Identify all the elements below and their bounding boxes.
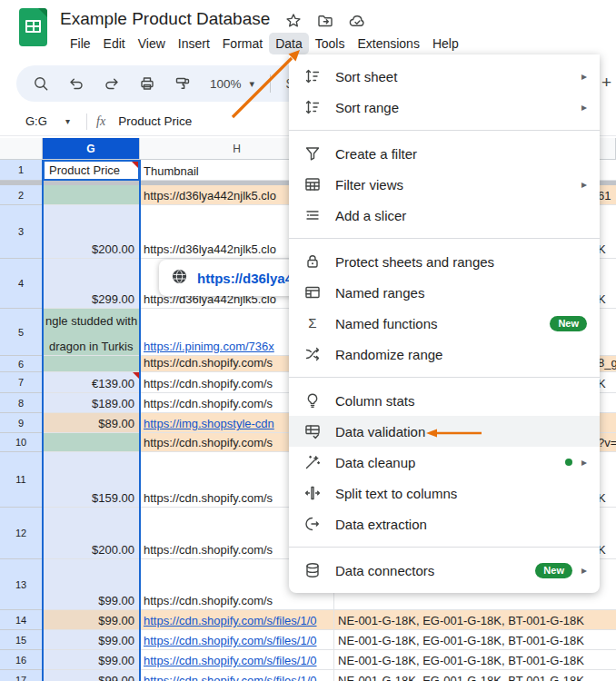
move-folder-icon[interactable]	[315, 11, 335, 31]
menu-item-data-validation[interactable]: Data validation	[289, 416, 600, 447]
cell-G8[interactable]: $189.00	[43, 393, 140, 413]
cell-H14[interactable]: https://cdn.shopify.com/s/files/1/0	[140, 610, 334, 630]
undo-icon[interactable]	[66, 74, 86, 94]
paint-format-icon[interactable]	[173, 74, 193, 94]
menubar-item-extensions[interactable]: Extensions	[351, 33, 425, 54]
row-header-8[interactable]: 8	[0, 393, 43, 413]
menu-item-sort-range[interactable]: Sort range▸	[289, 92, 600, 123]
row-header-5[interactable]: 5	[0, 309, 43, 356]
cell-link-text[interactable]: https://cdn.shopify.com/s/files/1/0	[144, 614, 317, 627]
selection-right-border	[139, 160, 141, 681]
row-header-16[interactable]: 16	[0, 650, 43, 670]
cell-I16[interactable]: NE-001-G-18K, EG-001-G-18K, BT-001-G-18K	[334, 650, 616, 670]
menu-item-sort-sheet[interactable]: Sort sheet▸	[289, 61, 600, 92]
cell-link-text[interactable]: https://cdn.shopify.com/s/files/1/0	[144, 674, 317, 681]
row-header-7[interactable]: 7	[0, 372, 43, 393]
menu-item-data-cleanup[interactable]: Data cleanup▸	[289, 447, 600, 478]
toolbar-plus-button[interactable]: +	[601, 73, 611, 93]
cell-text: $299.00	[92, 292, 134, 306]
cell-text: Product Price	[49, 163, 120, 177]
menubar-item-format[interactable]: Format	[216, 33, 269, 54]
cell-G3[interactable]: $200.00	[43, 205, 140, 259]
search-icon[interactable]	[31, 74, 51, 94]
menu-item-add-a-slicer[interactable]: Add a slicer	[289, 200, 600, 231]
row-header-9[interactable]: 9	[0, 413, 43, 433]
cell-G9[interactable]: $89.00	[43, 413, 140, 433]
name-box-caret-icon[interactable]: ▾	[65, 116, 70, 126]
zoom-select[interactable]: 100%	[210, 77, 242, 91]
menubar-item-insert[interactable]: Insert	[172, 33, 216, 54]
select-all-corner[interactable]	[0, 138, 43, 160]
cell-link-text[interactable]: https://cdn.shopify.com/s/files/1/0	[144, 654, 317, 667]
cell-G2[interactable]	[43, 185, 140, 205]
formula-input[interactable]: Product Price	[118, 114, 192, 128]
row-header-15[interactable]: 15	[0, 630, 43, 650]
row-header-2[interactable]: 2	[0, 185, 43, 205]
cell-G14[interactable]: $99.00	[43, 610, 140, 630]
menu-item-label: Named functions	[335, 316, 438, 331]
cell-G5[interactable]: ngle studded withdragon in Turkis	[43, 309, 140, 356]
menu-item-data-extraction[interactable]: Data extraction	[289, 508, 600, 539]
cell-G16[interactable]: $99.00	[43, 650, 140, 670]
menubar-item-view[interactable]: View	[132, 33, 172, 54]
new-badge: New	[535, 563, 572, 578]
cell-G15[interactable]: $99.00	[43, 630, 140, 650]
redo-icon[interactable]	[102, 74, 122, 94]
link-preview-popup[interactable]: https://d36lya4	[159, 260, 303, 296]
cell-G1[interactable]: Product Price	[43, 160, 140, 181]
row-header-6[interactable]: 6	[0, 356, 43, 372]
row-header-10[interactable]: 10	[0, 433, 43, 452]
menubar-item-tools[interactable]: Tools	[309, 33, 352, 54]
cell-G17[interactable]: $99.00	[43, 670, 140, 681]
star-icon[interactable]	[283, 11, 303, 31]
row-header-3[interactable]: 3	[0, 205, 43, 259]
cell-text: 8_g	[598, 356, 616, 370]
row-header-11[interactable]: 11	[0, 452, 43, 508]
cell-H17[interactable]: https://cdn.shopify.com/s/files/1/0	[140, 670, 334, 681]
menu-item-split-text-to-columns[interactable]: Split text to columns	[289, 478, 600, 508]
cell-G12[interactable]: $200.00	[43, 508, 140, 559]
cell-link-text[interactable]: https://i.pinimg.com/736x	[144, 340, 274, 353]
cell-G6[interactable]	[43, 356, 140, 372]
print-icon[interactable]	[137, 74, 157, 94]
menu-item-create-a-filter[interactable]: Create a filter	[289, 138, 600, 169]
menu-item-named-functions[interactable]: ΣNamed functionsNew	[289, 308, 600, 339]
menu-item-column-stats[interactable]: Column stats	[289, 385, 600, 416]
menubar-item-edit[interactable]: Edit	[97, 33, 132, 54]
cell-text: $200.00	[92, 543, 134, 557]
cell-H15[interactable]: https://cdn.shopify.com/s/files/1/0	[140, 630, 334, 650]
row-header-4[interactable]: 4	[0, 259, 43, 309]
menubar-item-help[interactable]: Help	[426, 33, 465, 54]
cell-I15[interactable]: NE-001-G-18K, EG-001-G-18K, BT-001-G-18K	[334, 630, 616, 650]
zoom-caret-icon[interactable]: ▾	[250, 78, 255, 90]
menu-item-protect-sheets-and-ranges[interactable]: Protect sheets and ranges	[289, 246, 600, 277]
cell-G7[interactable]: €139.00	[43, 372, 140, 393]
row-header-17[interactable]: 17	[0, 670, 43, 681]
cell-text: $89.00	[98, 417, 134, 430]
menubar-item-data[interactable]: Data	[269, 33, 309, 54]
cell-G4[interactable]: $299.00	[43, 259, 140, 309]
cloud-status-icon[interactable]	[347, 11, 367, 31]
column-header-g[interactable]: G	[43, 138, 140, 160]
row-header-12[interactable]: 12	[0, 508, 43, 559]
row-header-1[interactable]: 1	[0, 160, 43, 181]
cell-G11[interactable]: $159.00	[43, 452, 140, 508]
menu-item-randomize-range[interactable]: Randomize range	[289, 339, 600, 370]
document-title[interactable]: Example Product Database	[60, 9, 270, 29]
menu-item-data-connectors[interactable]: Data connectorsNew▸	[289, 555, 600, 586]
row-header-14[interactable]: 14	[0, 610, 43, 630]
cell-link-text[interactable]: https://img.shopstyle-cdn	[144, 417, 274, 430]
sheets-logo-icon[interactable]	[19, 8, 47, 46]
cell-G10[interactable]	[43, 433, 140, 452]
cell-H16[interactable]: https://cdn.shopify.com/s/files/1/0	[140, 650, 334, 670]
row-header-13[interactable]: 13	[0, 559, 43, 610]
menu-item-named-ranges[interactable]: Named ranges	[289, 277, 600, 308]
named-ranges-icon	[303, 283, 322, 301]
menu-item-filter-views[interactable]: Filter views▸	[289, 169, 600, 200]
menubar-item-file[interactable]: File	[64, 33, 97, 54]
cell-G13[interactable]: $99.00	[43, 559, 140, 610]
cell-I14[interactable]: NE-001-G-18K, EG-001-G-18K, BT-001-G-18K	[334, 610, 616, 630]
link-preview-url[interactable]: https://d36lya4	[197, 271, 293, 286]
cell-I17[interactable]: NE-001-G-18K, EG-001-G-18K, BT-001-G-18K	[334, 670, 616, 681]
cell-link-text[interactable]: https://cdn.shopify.com/s/files/1/0	[144, 634, 317, 647]
